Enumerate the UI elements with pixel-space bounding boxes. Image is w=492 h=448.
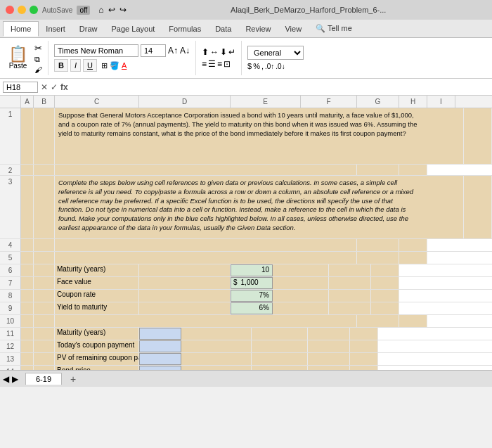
cell-2a[interactable]: [21, 165, 34, 175]
decrease-font-icon[interactable]: A↓: [180, 46, 190, 56]
cell-8h[interactable]: [371, 290, 399, 302]
tab-data[interactable]: Data: [208, 22, 238, 36]
cell-14e[interactable]: [181, 366, 252, 370]
cell-6b[interactable]: [34, 264, 55, 276]
cell-10b[interactable]: [34, 315, 55, 327]
cell-4g[interactable]: [357, 239, 399, 251]
redo-icon[interactable]: ↪: [119, 5, 127, 15]
cell-10c[interactable]: [55, 315, 357, 327]
home-icon[interactable]: ⌂: [98, 5, 103, 15]
cut-icon[interactable]: ✂: [34, 43, 42, 53]
cell-7b[interactable]: [34, 277, 55, 289]
copy-icon[interactable]: ⧉: [34, 55, 42, 64]
cell-1g[interactable]: [422, 108, 464, 164]
col-header-a[interactable]: A: [21, 96, 34, 108]
merge-cells-icon[interactable]: ⊡: [224, 59, 231, 69]
align-right-icon[interactable]: ≡: [217, 59, 222, 69]
cell-9a[interactable]: [21, 302, 34, 314]
col-header-h[interactable]: H: [399, 96, 427, 108]
next-sheet-icon[interactable]: ▶: [12, 374, 18, 384]
col-header-b[interactable]: B: [34, 96, 55, 108]
cell-14a[interactable]: [21, 366, 34, 370]
cell-7d[interactable]: [139, 277, 231, 289]
insert-function-icon[interactable]: fx: [60, 82, 68, 92]
cell-14c-label[interactable]: Bond price: [55, 366, 139, 370]
cell-2g[interactable]: [357, 165, 399, 175]
tab-tell-me[interactable]: 🔍 Tell me: [309, 21, 359, 36]
cell-11c-label[interactable]: Maturity (years): [55, 328, 139, 340]
wrap-text-icon[interactable]: ↵: [228, 47, 235, 57]
cell-5h[interactable]: [399, 252, 427, 264]
cell-7f[interactable]: [273, 277, 329, 289]
cell-3g[interactable]: [422, 176, 464, 238]
cell-14g[interactable]: [308, 366, 350, 370]
cell-4b[interactable]: [34, 239, 55, 251]
cell-9c-label[interactable]: Yield to maturity: [55, 302, 139, 314]
tab-draw[interactable]: Draw: [72, 22, 105, 36]
cell-1c-spanning[interactable]: Suppose that General Motors Acceptance C…: [55, 108, 422, 164]
cell-5g[interactable]: [357, 252, 399, 264]
italic-button[interactable]: I: [70, 59, 81, 72]
cell-7c-label[interactable]: Face value: [55, 277, 139, 289]
align-bottom-icon[interactable]: ⬇: [220, 47, 227, 57]
formula-input[interactable]: [71, 83, 489, 91]
cell-11g[interactable]: [308, 328, 350, 340]
cell-8b[interactable]: [34, 290, 55, 302]
cell-8a[interactable]: [21, 290, 34, 302]
cell-14f[interactable]: [252, 366, 308, 370]
cell-9f[interactable]: [273, 302, 329, 314]
cell-7g[interactable]: [329, 277, 371, 289]
cell-13d-input[interactable]: [139, 353, 181, 365]
underline-button[interactable]: U: [83, 59, 97, 72]
align-top-icon[interactable]: ⬆: [202, 47, 209, 57]
bold-button[interactable]: B: [54, 59, 68, 72]
font-name-input[interactable]: [54, 44, 138, 57]
cell-3a[interactable]: [21, 176, 34, 238]
cell-9e-value[interactable]: 6%: [231, 302, 273, 314]
increase-font-icon[interactable]: A↑: [168, 46, 178, 56]
paste-button[interactable]: 📋 Paste: [4, 45, 32, 71]
cell-12d-input[interactable]: [139, 340, 181, 352]
cell-2h[interactable]: [399, 165, 427, 175]
cell-5c[interactable]: [55, 252, 357, 264]
col-header-c[interactable]: C: [55, 96, 139, 108]
add-sheet-button[interactable]: +: [65, 372, 82, 386]
tab-view[interactable]: View: [278, 22, 309, 36]
fill-color-icon[interactable]: 🪣: [110, 61, 119, 70]
decrease-decimal-icon[interactable]: .0↓: [276, 63, 285, 70]
font-color-icon[interactable]: A: [122, 61, 127, 70]
cell-13e[interactable]: [181, 353, 252, 365]
cell-13g[interactable]: [308, 353, 350, 365]
font-size-input[interactable]: [141, 44, 166, 57]
cell-12b[interactable]: [34, 340, 55, 352]
cell-13b[interactable]: [34, 353, 55, 365]
cell-7h[interactable]: [371, 277, 399, 289]
cell-13f[interactable]: [252, 353, 308, 365]
cell-12h[interactable]: [350, 340, 378, 352]
tab-formulas[interactable]: Formulas: [162, 22, 208, 36]
increase-decimal-icon[interactable]: .0↑: [265, 63, 274, 70]
cell-11a[interactable]: [21, 328, 34, 340]
cell-1b[interactable]: [34, 108, 55, 164]
cell-8f[interactable]: [273, 290, 329, 302]
cell-9g[interactable]: [329, 302, 371, 314]
cell-10h[interactable]: [399, 315, 427, 327]
cell-13h[interactable]: [350, 353, 378, 365]
cell-2b[interactable]: [34, 165, 55, 175]
align-left-icon[interactable]: ≡: [202, 59, 207, 69]
cell-12g[interactable]: [308, 340, 350, 352]
cell-4c[interactable]: [55, 239, 357, 251]
tab-insert[interactable]: Insert: [39, 22, 72, 36]
sheet-tab-6-19[interactable]: 6-19: [25, 373, 62, 385]
undo-icon[interactable]: ↩: [108, 5, 115, 15]
cell-12a[interactable]: [21, 340, 34, 352]
tab-page-layout[interactable]: Page Layout: [105, 22, 162, 36]
cell-14b[interactable]: [34, 366, 55, 370]
cell-2c[interactable]: [55, 165, 357, 175]
autosave-toggle[interactable]: off: [77, 6, 90, 15]
cell-8g[interactable]: [329, 290, 371, 302]
cancel-formula-icon[interactable]: ✕: [41, 82, 48, 92]
cell-5a[interactable]: [21, 252, 34, 264]
cell-4a[interactable]: [21, 239, 34, 251]
cell-6h[interactable]: [371, 264, 399, 276]
